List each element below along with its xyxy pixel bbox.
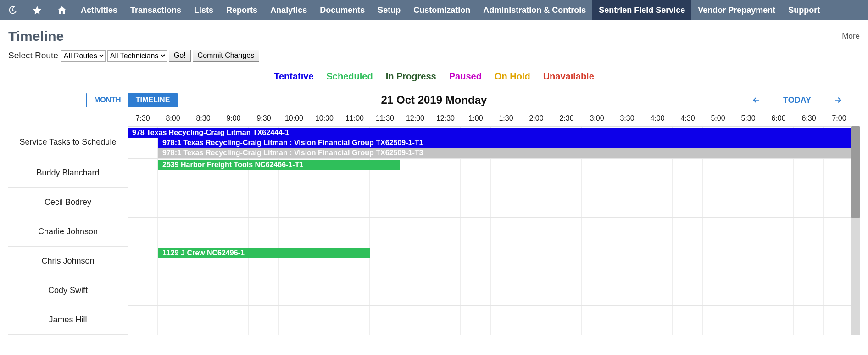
time-slot: 8:30 [188,114,218,123]
time-slot: 5:00 [703,114,733,123]
history-icon[interactable] [0,5,25,15]
time-slot: 7:00 [824,114,854,123]
legend-tentative: Tentative [274,71,313,82]
nav-item-administration-controls[interactable]: Administration & Controls [477,0,592,20]
nav-item-transactions[interactable]: Transactions [124,0,188,20]
resource-row-label: Cody Swift [8,276,128,305]
time-slot: 11:30 [370,114,400,123]
nav-item-analytics[interactable]: Analytics [264,0,313,20]
time-slot: 6:00 [763,114,794,123]
page-title: Timeline [8,28,64,44]
time-slot: 3:30 [612,114,642,123]
legend-scheduled: Scheduled [327,71,373,82]
legend-unavailable: Unavailable [543,71,594,82]
next-arrow-icon[interactable] [832,96,844,104]
time-slot: 12:30 [430,114,461,123]
vertical-scrollbar-thumb[interactable] [851,126,860,218]
nav-item-reports[interactable]: Reports [220,0,264,20]
task-bar[interactable]: 2539 Harbor Freight Tools NC62466-1-T1 [158,160,400,170]
task-bar[interactable]: 978 Texas Recycling-Craig Litman TX62444… [128,128,860,138]
time-header: 7:308:008:309:009:3010:0010:3011:0011:30… [128,111,860,126]
time-slot: 2:00 [521,114,551,123]
time-slot: 8:00 [158,114,188,123]
resource-row-label: James Hill [8,305,128,335]
route-select[interactable]: All Routes [61,50,106,62]
nav-item-vendor-prepayment[interactable]: Vendor Prepayment [691,0,782,20]
prev-arrow-icon[interactable] [750,96,762,104]
resource-row-label: Service Tasks to Schedule [8,126,128,158]
time-slot: 10:00 [279,114,309,123]
legend-on-hold: On Hold [495,71,530,82]
select-route-label: Select Route [8,51,58,61]
time-slot: 6:30 [794,114,824,123]
task-bar[interactable]: 1129 J Crew NC62496-1 [158,248,370,258]
time-slot: 7:30 [128,114,158,123]
legend-paused: Paused [449,71,482,82]
grid-body[interactable]: 978 Texas Recycling-Craig Litman TX62444… [128,126,860,335]
tab-timeline[interactable]: TIMELINE [128,93,178,107]
go-button[interactable]: Go! [169,50,191,62]
time-slot: 4:30 [673,114,703,123]
today-button[interactable]: TODAY [783,96,811,105]
nav-item-activities[interactable]: Activities [74,0,124,20]
resource-row-label: Cecil Bodrey [8,188,128,217]
time-slot: 3:00 [582,114,612,123]
time-slot: 9:00 [218,114,249,123]
nav-item-setup[interactable]: Setup [371,0,407,20]
view-row: MONTH TIMELINE 21 Oct 2019 Monday TODAY [0,92,868,111]
time-slot: 5:30 [733,114,763,123]
nav-item-sentrien-field-service[interactable]: Sentrien Field Service [592,0,691,20]
status-legend: TentativeScheduledIn ProgressPausedOn Ho… [257,68,611,85]
commit-changes-button[interactable]: Commit Changes [193,50,260,62]
resource-row-label: Buddy Blanchard [8,158,128,188]
timeline-gantt: Service Tasks to ScheduleBuddy Blanchard… [0,111,868,335]
star-icon[interactable] [25,5,50,15]
tab-month[interactable]: MONTH [87,93,128,107]
home-icon[interactable] [50,5,74,15]
top-nav: ActivitiesTransactionsListsReportsAnalyt… [0,0,868,20]
time-slot: 1:30 [491,114,521,123]
time-slot: 1:00 [461,114,491,123]
time-slot: 12:00 [400,114,430,123]
filter-row: Select Route All Routes All Technicians … [0,47,868,68]
nav-item-customization[interactable]: Customization [407,0,477,20]
legend-in-progress: In Progress [386,71,436,82]
time-slot: 11:00 [339,114,370,123]
resource-row-label: Charlie Johnson [8,217,128,247]
resource-row-label: Chris Johnson [8,247,128,276]
time-slot: 4:00 [642,114,673,123]
time-slot: 9:30 [249,114,279,123]
page-header: Timeline More [0,20,868,47]
current-date: 21 Oct 2019 Monday [381,94,487,107]
technician-select[interactable]: All Technicians [107,50,167,62]
task-bar[interactable]: 978:1 Texas Recycling-Craig Litman : Vis… [158,138,860,148]
time-slot: 10:30 [309,114,339,123]
nav-item-support[interactable]: Support [782,0,826,20]
nav-item-lists[interactable]: Lists [188,0,220,20]
view-toggle: MONTH TIMELINE [86,93,178,107]
nav-item-documents[interactable]: Documents [313,0,371,20]
more-link[interactable]: More [842,32,860,41]
time-slot: 2:30 [551,114,582,123]
task-bar[interactable]: 978:1 Texas Recycling-Craig Litman : Vis… [158,148,860,158]
